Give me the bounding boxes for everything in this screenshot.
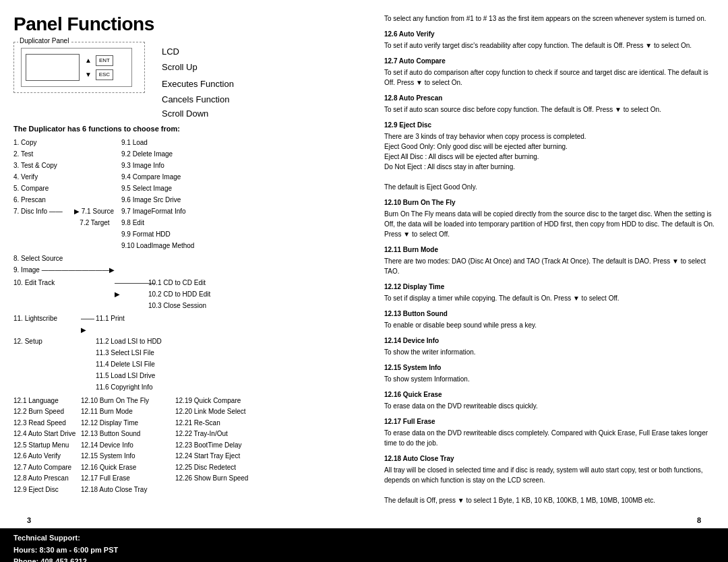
duplicator-panel-box: Duplicator Panel ▲ ENT ▼ [13,42,145,93]
functions-col1: 1. Copy 2. Test 3. Test & Copy 4. Verify… [13,137,74,251]
extra-functions: 8. Select Source [13,253,371,264]
section-title-12-9: 12.9 Eject Disc [384,120,715,130]
list-item: 12.1 Language [13,396,81,407]
extra-functions-2: 9. Image ——————————▶ [13,264,371,276]
section-body-12-18: All tray will be closed in selected time… [384,465,715,505]
section-body-12-7: To set if auto do comparison after copy … [384,67,715,88]
list-item: 7.2 Target [74,217,121,228]
list-item: 12.2 Burn Speed [13,406,81,418]
setup-section: 12.1 Language 12.2 Burn Speed 12.3 Read … [13,396,371,496]
left-page-number: 3 [13,516,44,524]
section-title-12-8: 12.8 Auto Prescan [384,93,715,103]
section-body-12-13: To enable or disable beep sound while pr… [384,320,715,330]
footer-hours: Hours: 8:30 am - 6:00 pm PST [13,546,118,554]
section-12-9: 12.9 Eject Disc There are 3 kinds of tra… [384,120,715,192]
list-item: 10.2 CD to HDD Edit [148,288,210,300]
section-title-12-11: 12.11 Burn Mode [384,245,715,255]
section-12-7: 12.7 Auto Compare To set if auto do comp… [384,56,715,88]
edit-track-label: 10. Edit Track [13,277,115,311]
esc-button[interactable]: ESC [96,69,113,80]
ent-label: ENT [99,57,110,63]
list-item: 11.2 Load LSI to HDD [96,336,191,347]
list-item: 9.1 Load [121,137,216,148]
functions-col3: 9.1 Load 9.2 Delete Image 9.3 Image Info… [121,137,216,251]
footer-phone: Phone: 408-453-6212 [13,557,87,562]
page-numbers-row: 3 8 [0,516,728,528]
section-body-12-17: To erase data on the DVD rewriteable dis… [384,428,715,448]
list-item: 6. Prescan [13,194,74,206]
list-item: 12.14 Device Info [81,440,175,451]
list-item: 12.10 Burn On The Fly [81,396,175,407]
list-item: 9.6 Image Src Drive [121,194,216,206]
section-title-12-7: 12.7 Auto Compare [384,56,715,66]
setup-row-header: 12. Setup 11.2 Load LSI to HDD 11.3 Sele… [13,336,371,393]
setup-label: 12. Setup [13,336,81,393]
diagram-section: Duplicator Panel ▲ ENT ▼ [13,42,371,121]
list-item: 3. Test & Copy [13,160,74,171]
edit-track-sub-extra [191,313,193,336]
ent-button[interactable]: ENT [96,55,113,66]
executes-label: Executes Function [162,76,234,92]
list-item: 4. Verify [13,171,74,183]
lightscribe-row: 11. Lightscribe ——▶ 11.1 Print [13,313,371,336]
lightscribe-sub: 11.1 Print [93,313,191,336]
list-item: 1. Copy [13,137,74,148]
setup-col2: 12.10 Burn On The Fly 12.11 Burn Mode 12… [81,396,175,496]
list-item: 9. Image ——————————▶ [13,264,115,276]
list-item: ▶ 7.1 Source [74,206,121,217]
list-item: 12.17 Full Erase [81,473,175,485]
list-item: 11.6 Copyright Info [96,381,191,393]
list-item: 9.10 LoadImage Method [121,240,216,251]
list-item: 12.6 Auto Verify [13,451,81,462]
list-item: 12.18 Auto Close Tray [81,485,175,496]
setup-col1: 12.1 Language 12.2 Burn Speed 12.3 Read … [13,396,81,496]
lsi-sub: 11.2 Load LSI to HDD 11.3 Select LSI Fil… [93,336,191,393]
list-item: 12.15 System Info [81,451,175,462]
section-12-11: 12.11 Burn Mode There are two modes: DAO… [384,245,715,276]
function-labels: LCD Scroll Up Executes Function Cancels … [162,45,234,121]
section-title-12-6: 12.6 Auto Verify [384,29,715,39]
list-item: 12.9 Eject Disc [13,485,81,496]
left-panel: Panel Functions Duplicator Panel ▲ ENT [13,13,371,509]
section-body-12-16: To erase data on the DVD rewriteable dis… [384,401,715,411]
intro-text: To select any function from #1 to # 13 a… [384,13,715,24]
scroll-down-label: Scroll Down [162,107,234,121]
section-body-12-15: To show system Information. [384,374,715,384]
list-item: 11.3 Select LSI File [96,347,191,358]
list-item: 12.20 Link Mode Select [175,406,283,418]
functions-grid: 1. Copy 2. Test 3. Test & Copy 4. Verify… [13,137,371,251]
list-item: 12.11 Burn Mode [81,406,175,418]
list-item: 10.1 CD to CD Edit [148,277,210,288]
ent-button-item: ▲ ENT [85,55,113,66]
lcd-label: LCD [162,45,234,59]
list-item: 12.21 Re-Scan [175,418,283,429]
right-page-number: 8 [684,516,715,524]
section-title-12-12: 12.12 Display Time [384,282,715,292]
list-item: 12.25 Disc Redetect [175,462,283,474]
list-item: 12.22 Tray-In/Out [175,429,283,440]
lcd-screen [26,54,80,81]
list-item: 9.3 Image Info [121,160,216,171]
page-title: Panel Functions [13,13,371,35]
list-item: 12.5 Startup Menu [13,440,81,451]
section-12-6: 12.6 Auto Verify To set if auto verify t… [384,29,715,51]
section-title-12-18: 12.18 Auto Close Tray [384,454,715,464]
list-item: 12.8 Auto Prescan [13,473,81,485]
list-item: 11.5 Load LSI Drive [96,370,191,381]
list-item: 12.3 Read Speed [13,418,81,429]
cancels-label: Cancels Function [162,92,234,107]
section-body-12-10: Burn On The Fly means data will be copie… [384,209,715,239]
section-12-13: 12.13 Button Sound To enable or disable … [384,309,715,330]
section-12-15: 12.15 System Info To show system Informa… [384,363,715,384]
list-item: 9.7 ImageFormat Info [121,206,216,217]
functions-header: The Duplicator has 6 functions to choose… [13,125,371,133]
list-item: 12.12 Display Time [81,418,175,429]
footer: Technical Support: Hours: 8:30 am - 6:00… [0,528,728,562]
section-title-12-10: 12.10 Burn On The Fly [384,197,715,208]
section-title-12-16: 12.16 Quick Erase [384,389,715,400]
section-body-12-8: To set if auto scan source disc before c… [384,104,715,115]
section-12-16: 12.16 Quick Erase To erase data on the D… [384,389,715,411]
section-body-12-6: To set if auto verify target disc's read… [384,40,715,51]
list-item: 12.16 Quick Erase [81,462,175,474]
edit-track-arrow: ——————▶ [115,277,148,311]
